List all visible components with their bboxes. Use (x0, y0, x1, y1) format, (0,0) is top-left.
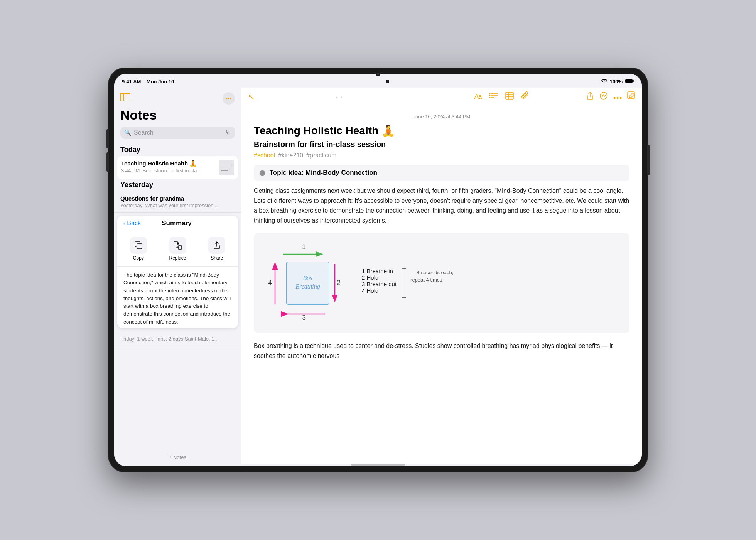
tag-school[interactable]: #school (254, 152, 275, 159)
note-item-paris[interactable]: Friday 1 week Paris, 2 days Saint-Malo, … (114, 331, 241, 346)
thumb-line (221, 169, 231, 169)
ipad-screen: 9:41 AM Mon Jun 10 100% (114, 74, 642, 466)
notes-count: 7 Notes (114, 451, 241, 464)
status-time: 9:41 AM (122, 79, 141, 84)
copy-icon (130, 237, 147, 254)
summary-actions: Copy (117, 231, 238, 267)
compose-icon[interactable] (627, 91, 636, 102)
bracket-svg (400, 268, 407, 299)
paris-time: Friday (120, 336, 134, 342)
section-header-today: Today (114, 144, 241, 156)
svg-rect-9 (174, 241, 177, 245)
format-list-icon[interactable] (489, 92, 498, 101)
breathing-steps: 1 Breathe in 2 Hold 3 Breathe out 4 Hold (362, 268, 461, 299)
home-indicator (114, 464, 642, 466)
replace-button[interactable]: Replace (163, 237, 193, 261)
front-camera (376, 71, 380, 76)
thumb-line (221, 170, 228, 171)
note-item-grandma[interactable]: Questions for grandma Yesterday What was… (114, 191, 241, 213)
note-content[interactable]: June 10, 2024 at 3:44 PM Teaching Holist… (241, 106, 642, 464)
wifi-icon (601, 79, 608, 84)
note-bottom-text: Box breathing is a technique used to cen… (254, 341, 629, 361)
sidebar-scroll: Today Teaching Holistic Health 🧘 3:44 PM… (114, 144, 241, 451)
share-summary-button[interactable]: Share (202, 237, 232, 261)
svg-text:Box: Box (303, 275, 313, 281)
font-size-icon[interactable]: Aa (474, 93, 482, 101)
toolbar-dots-top: · · · (261, 94, 417, 100)
sidebar-header (114, 88, 241, 108)
svg-text:2: 2 (337, 279, 341, 287)
share-icon[interactable] (586, 91, 594, 102)
note-time-grandma: Yesterday (120, 202, 142, 208)
markup-icon[interactable] (599, 91, 608, 102)
mic-icon[interactable]: 🎙 (225, 129, 231, 136)
search-icon: 🔍 (124, 129, 132, 136)
breath-step-1: 1 Breathe in (362, 268, 397, 274)
sidebar-title: Notes (114, 108, 241, 127)
note-preview-paris: Friday 1 week Paris, 2 days Saint-Malo, … (120, 336, 235, 342)
svg-text:Breathing: Breathing (295, 283, 320, 290)
note-preview-grandma-text: What was your first impression... (145, 202, 218, 208)
svg-point-23 (614, 97, 616, 99)
copy-button[interactable]: Copy (123, 237, 154, 261)
back-chevron-icon: ‹ (123, 220, 125, 227)
camera-indicator (386, 80, 389, 83)
summary-back-button[interactable]: ‹ Back (123, 220, 141, 227)
thumb-line (221, 167, 230, 167)
power-button[interactable] (647, 145, 650, 176)
tag-practicum[interactable]: #practicum (306, 152, 336, 159)
share-summary-icon (208, 237, 225, 254)
replace-icon (169, 237, 186, 254)
sidebar-more-button[interactable] (223, 92, 235, 105)
breath-step-3: 3 Breathe out (362, 281, 397, 287)
box-diagram-container: 1 Box Breathing (262, 241, 346, 326)
battery-icon (625, 79, 634, 84)
svg-rect-1 (633, 80, 634, 82)
svg-rect-3 (120, 93, 130, 101)
note-detail: ↖ · · · Aa (241, 88, 642, 464)
volume-up-button[interactable] (106, 129, 109, 148)
summary-text: The topic idea for the class is "Mind-Bo… (117, 267, 238, 328)
search-placeholder: Search (134, 129, 223, 136)
paris-preview: 1 week Paris, 2 days Saint-Malo, 1... (137, 336, 218, 342)
toolbar-right (586, 91, 636, 102)
svg-text:4: 4 (268, 279, 272, 287)
breathing-diagram: 1 Box Breathing (254, 233, 629, 333)
tag-kine210[interactable]: #kine210 (278, 152, 303, 159)
svg-rect-8 (137, 244, 142, 249)
copy-label: Copy (133, 255, 144, 261)
svg-point-7 (230, 98, 231, 99)
main-content: Notes 🔍 Search 🎙 Today Teaching Holistic… (114, 88, 642, 464)
sidebar-layout-icon[interactable] (120, 93, 130, 103)
back-arrow-icon[interactable]: ↖ (248, 92, 255, 102)
note-subtitle: Brainstorm for first in-class session (254, 140, 629, 149)
toolbar-more-icon[interactable] (613, 92, 622, 101)
back-label: Back (127, 220, 141, 227)
table-icon[interactable] (505, 92, 514, 101)
svg-point-25 (620, 97, 622, 99)
status-center (386, 80, 389, 83)
breathing-note: ← 4 seconds each, repeat 4 times (410, 269, 461, 283)
svg-rect-10 (178, 246, 182, 249)
note-body-text: Getting class assignments next week but … (254, 186, 629, 225)
svg-point-13 (489, 95, 491, 96)
battery-percent: 100% (610, 79, 623, 84)
note-item-holistic[interactable]: Teaching Holistic Health 🧘 3:44 PM Brain… (117, 156, 238, 179)
attach-icon[interactable] (521, 91, 529, 102)
search-bar[interactable]: 🔍 Search 🎙 (120, 127, 235, 139)
note-title-holistic: Teaching Holistic Health 🧘 (121, 160, 201, 167)
note-preview-holistic: 3:44 PM Brainstorm for first in-cla... (121, 168, 201, 174)
home-bar (351, 464, 405, 466)
note-thumbnail (219, 160, 234, 176)
breath-step-4: 4 Hold (362, 287, 397, 294)
status-right: 100% (601, 79, 634, 84)
breath-step-2: 2 Hold (362, 274, 397, 281)
svg-point-24 (617, 97, 619, 99)
status-time-date: 9:41 AM Mon Jun 10 (122, 79, 174, 84)
summary-panel: ‹ Back Summary (117, 216, 238, 328)
note-main-title: Teaching Holistic Health 🧘 (254, 124, 629, 137)
volume-down-button[interactable] (106, 152, 109, 172)
svg-point-5 (226, 98, 228, 99)
svg-point-15 (489, 97, 491, 98)
toolbar-center: Aa (424, 91, 580, 102)
